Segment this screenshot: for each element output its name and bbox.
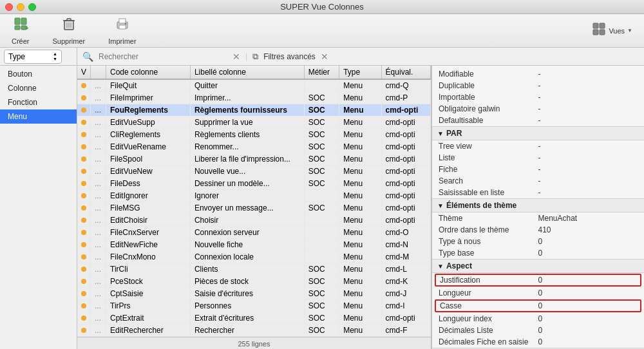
sidebar-item-bouton[interactable]: Bouton (0, 67, 77, 81)
table-row[interactable]: ... EditRechercher Rechercher SOC Menu c… (77, 325, 431, 337)
row-code: EditRechercher (106, 325, 191, 337)
section-theme[interactable]: ▼ Éléments de thème (432, 198, 644, 212)
row-v (77, 239, 91, 251)
table-row[interactable]: ... TirCli Clients SOC Menu cmd-L (77, 263, 431, 276)
filter-clear-icon[interactable]: ✕ (321, 52, 328, 62)
row-code: EditVueSupp (106, 117, 191, 129)
row-equiv: cmd-K (381, 276, 430, 288)
row-libelle: Extrait d'écritures (190, 312, 304, 325)
row-type: Menu (339, 251, 381, 263)
table-row[interactable]: ... TirPrs Personnes SOC Menu cmd-I (77, 300, 431, 312)
sidebar-item-colonne[interactable]: Colonne (0, 81, 77, 95)
sidebar-item-menu[interactable]: Menu (0, 109, 77, 124)
table-row[interactable]: ... FouReglements Règlements fournisseur… (77, 104, 431, 117)
col-header-type[interactable]: Type (339, 66, 381, 79)
row-v (77, 92, 91, 104)
row-metier: SOC (304, 288, 339, 300)
section-par[interactable]: ▼ PAR (432, 126, 644, 140)
table-row[interactable]: ... FileMSG Envoyer un message... SOC Me… (77, 202, 431, 214)
table-row[interactable]: ... PceStock Pièces de stock SOC Menu cm… (77, 276, 431, 288)
table-row[interactable]: ... CptExtrait Extrait d'écritures SOC M… (77, 312, 431, 325)
row-code: CliReglements (106, 129, 191, 141)
row-equiv: cmd-opti (381, 202, 430, 214)
table-row[interactable]: ... CptSaisie Saisie d'écritures SOC Men… (77, 288, 431, 300)
col-header-metier[interactable]: Métier (304, 66, 339, 79)
row-v (77, 276, 91, 288)
col-header-indicator (91, 66, 106, 79)
table-row[interactable]: ... EditChoisir Choisir Menu cmd-opti (77, 214, 431, 227)
row-dots: ... (91, 300, 106, 312)
row-equiv: cmd-opti (381, 117, 430, 129)
row-dots: ... (91, 165, 106, 178)
row-v (77, 79, 91, 92)
row-dot-icon (81, 132, 86, 137)
row-v (77, 312, 91, 325)
row-code: EditNewFiche (106, 239, 191, 251)
row-dots: ... (91, 178, 106, 190)
table-row[interactable]: ... EditVueSupp Supprimer la vue SOC Men… (77, 117, 431, 129)
row-code: FouReglements (106, 104, 191, 117)
row-v (77, 104, 91, 117)
col-header-code[interactable]: Code colonne (106, 66, 191, 79)
row-code: PceStock (106, 276, 191, 288)
filter-advanced-label[interactable]: Filtres avancés (263, 52, 316, 61)
row-dots: ... (91, 239, 106, 251)
type-stepper-icon[interactable]: ▲ ▼ (53, 52, 57, 61)
table-row[interactable]: ... FileImprimer Imprimer... SOC Menu cm… (77, 92, 431, 104)
row-equiv: cmd-J (381, 288, 430, 300)
search-input[interactable] (99, 52, 227, 61)
prop-fiche: Fiche - (432, 164, 644, 175)
row-type: Menu (339, 288, 381, 300)
table-row[interactable]: ... FileQuit Quitter Menu cmd-Q (77, 79, 431, 92)
row-dot-icon (81, 328, 86, 333)
table-row[interactable]: ... EditVueRename Renommer... SOC Menu c… (77, 141, 431, 153)
row-metier: SOC (304, 263, 339, 276)
vues-button[interactable]: Vues ▼ (587, 19, 638, 42)
imprimer-button[interactable]: Imprimer (103, 14, 141, 48)
maximize-button[interactable] (28, 3, 36, 11)
col-header-equiv[interactable]: Équival. (381, 66, 430, 79)
row-dot-icon (81, 95, 86, 100)
row-dot-icon (81, 279, 86, 284)
row-dots: ... (91, 153, 106, 165)
row-dot-icon (81, 156, 86, 162)
table-row[interactable]: ... FileCnxServer Connexion serveur Menu… (77, 227, 431, 239)
search-clear-icon[interactable]: ✕ (232, 52, 240, 62)
close-button[interactable] (5, 3, 13, 11)
row-code: FileQuit (106, 79, 191, 92)
prop-longueur-index: Longueur index 0 (432, 313, 644, 325)
row-dots: ... (91, 325, 106, 337)
row-type: Menu (339, 153, 381, 165)
table-row[interactable]: ... FileCnxMono Connexion locale Menu cm… (77, 251, 431, 263)
row-code: EditIgnorer (106, 190, 191, 202)
row-dot-icon (81, 218, 86, 223)
prop-saisissable: Saisissable en liste - (432, 187, 644, 198)
table-row[interactable]: ... CliReglements Règlements clients SOC… (77, 129, 431, 141)
row-v (77, 300, 91, 312)
table-row[interactable]: ... EditVueNew Nouvelle vue... SOC Menu … (77, 165, 431, 178)
creer-button[interactable]: + Créer (6, 14, 35, 48)
table-row[interactable]: ... FileSpool Liberer la file d'impressi… (77, 153, 431, 165)
prop-duplicable: Duplicable - (432, 80, 644, 91)
row-dot-icon (81, 108, 86, 113)
toolbar: + Créer Supprimer (0, 14, 644, 48)
col-header-libelle[interactable]: Libellé colonne (190, 66, 304, 79)
table-row[interactable]: ... FileDess Dessiner un modèle... SOC M… (77, 178, 431, 190)
row-libelle: Imprimer... (190, 92, 304, 104)
section-aspect[interactable]: ▼ Aspect (432, 259, 644, 273)
table-row[interactable]: ... EditIgnorer Ignorer Menu cmd-opti (77, 190, 431, 202)
row-libelle: Quitter (190, 79, 304, 92)
sidebar-item-fonction[interactable]: Fonction (0, 95, 77, 109)
svg-rect-14 (119, 25, 126, 29)
row-dot-icon (81, 181, 86, 186)
row-metier: SOC (304, 276, 339, 288)
section-par-chevron-icon: ▼ (437, 130, 444, 137)
supprimer-button[interactable]: Supprimer (48, 14, 91, 48)
row-metier: SOC (304, 153, 339, 165)
data-table: V Code colonne Libellé colonne Métier Ty… (77, 66, 431, 337)
row-dot-icon (81, 242, 86, 247)
row-libelle: Ignorer (190, 190, 304, 202)
row-libelle: Choisir (190, 214, 304, 227)
minimize-button[interactable] (17, 3, 24, 11)
table-row[interactable]: ... EditNewFiche Nouvelle fiche Menu cmd… (77, 239, 431, 251)
